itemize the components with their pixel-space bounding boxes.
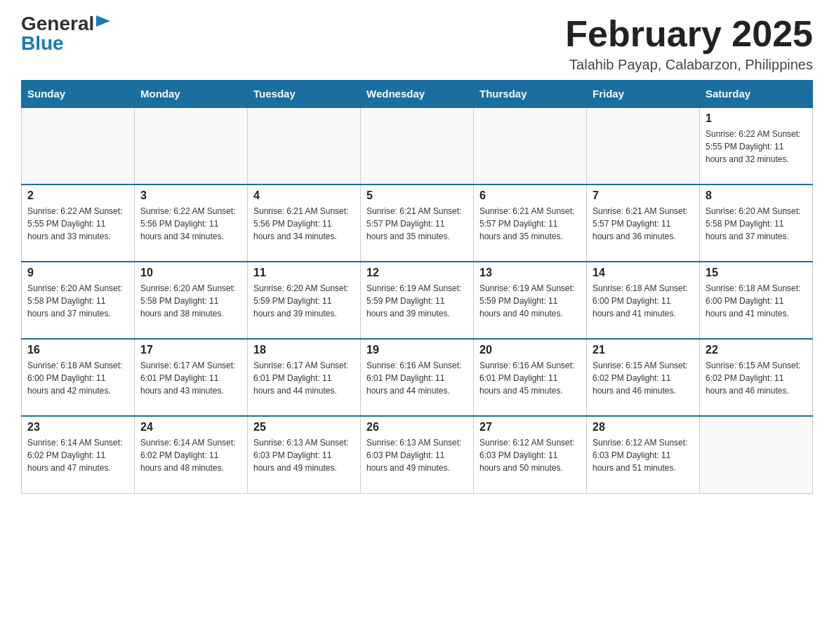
day-info: Sunrise: 6:20 AM Sunset: 5:58 PM Dayligh… bbox=[706, 205, 807, 243]
day-number: 8 bbox=[706, 189, 807, 202]
day-info: Sunrise: 6:15 AM Sunset: 6:02 PM Dayligh… bbox=[706, 359, 807, 397]
calendar-cell bbox=[248, 107, 361, 185]
day-number: 12 bbox=[366, 267, 468, 279]
day-number: 13 bbox=[479, 267, 581, 279]
day-info: Sunrise: 6:13 AM Sunset: 6:03 PM Dayligh… bbox=[253, 436, 355, 474]
day-info: Sunrise: 6:22 AM Sunset: 5:56 PM Dayligh… bbox=[140, 205, 241, 243]
calendar-cell: 19Sunrise: 6:16 AM Sunset: 6:01 PM Dayli… bbox=[361, 339, 474, 416]
calendar-cell: 28Sunrise: 6:12 AM Sunset: 6:03 PM Dayli… bbox=[587, 416, 700, 493]
calendar-week-row: 1Sunrise: 6:22 AM Sunset: 5:55 PM Daylig… bbox=[22, 107, 813, 185]
day-number: 5 bbox=[366, 189, 468, 202]
day-info: Sunrise: 6:18 AM Sunset: 6:00 PM Dayligh… bbox=[593, 282, 694, 320]
day-info: Sunrise: 6:14 AM Sunset: 6:02 PM Dayligh… bbox=[140, 436, 241, 474]
weekday-header: Saturday bbox=[700, 81, 813, 108]
calendar-cell: 23Sunrise: 6:14 AM Sunset: 6:02 PM Dayli… bbox=[22, 416, 135, 493]
day-info: Sunrise: 6:17 AM Sunset: 6:01 PM Dayligh… bbox=[253, 359, 355, 397]
title-block: February 2025 Talahib Payap, Calabarzon,… bbox=[565, 14, 813, 73]
day-info: Sunrise: 6:18 AM Sunset: 6:00 PM Dayligh… bbox=[27, 359, 128, 397]
calendar-cell bbox=[361, 107, 474, 185]
weekday-header: Monday bbox=[135, 81, 248, 108]
calendar-cell: 20Sunrise: 6:16 AM Sunset: 6:01 PM Dayli… bbox=[474, 339, 587, 416]
day-info: Sunrise: 6:19 AM Sunset: 5:59 PM Dayligh… bbox=[366, 282, 468, 320]
location-subtitle: Talahib Payap, Calabarzon, Philippines bbox=[565, 57, 813, 73]
day-info: Sunrise: 6:20 AM Sunset: 5:58 PM Dayligh… bbox=[27, 282, 128, 320]
calendar-week-row: 23Sunrise: 6:14 AM Sunset: 6:02 PM Dayli… bbox=[22, 416, 813, 493]
day-number: 23 bbox=[27, 421, 128, 434]
day-info: Sunrise: 6:17 AM Sunset: 6:01 PM Dayligh… bbox=[140, 359, 241, 397]
calendar-cell: 9Sunrise: 6:20 AM Sunset: 5:58 PM Daylig… bbox=[22, 262, 135, 339]
day-number: 18 bbox=[253, 344, 355, 356]
day-number: 20 bbox=[479, 344, 581, 356]
day-number: 28 bbox=[593, 421, 694, 434]
day-info: Sunrise: 6:15 AM Sunset: 6:02 PM Dayligh… bbox=[593, 359, 694, 397]
calendar-week-row: 16Sunrise: 6:18 AM Sunset: 6:00 PM Dayli… bbox=[22, 339, 813, 416]
calendar-cell: 3Sunrise: 6:22 AM Sunset: 5:56 PM Daylig… bbox=[135, 185, 248, 262]
calendar-cell: 18Sunrise: 6:17 AM Sunset: 6:01 PM Dayli… bbox=[248, 339, 361, 416]
weekday-header: Thursday bbox=[474, 81, 587, 108]
logo-blue-text: Blue bbox=[21, 34, 64, 53]
calendar-cell bbox=[474, 107, 587, 185]
calendar-cell: 11Sunrise: 6:20 AM Sunset: 5:59 PM Dayli… bbox=[248, 262, 361, 339]
logo-flag-icon bbox=[96, 15, 110, 29]
day-number: 11 bbox=[253, 267, 355, 279]
calendar-week-row: 2Sunrise: 6:22 AM Sunset: 5:55 PM Daylig… bbox=[22, 185, 813, 262]
calendar-week-row: 9Sunrise: 6:20 AM Sunset: 5:58 PM Daylig… bbox=[22, 262, 813, 339]
calendar-cell: 13Sunrise: 6:19 AM Sunset: 5:59 PM Dayli… bbox=[474, 262, 587, 339]
day-info: Sunrise: 6:16 AM Sunset: 6:01 PM Dayligh… bbox=[479, 359, 581, 397]
calendar-cell: 10Sunrise: 6:20 AM Sunset: 5:58 PM Dayli… bbox=[135, 262, 248, 339]
calendar-cell: 26Sunrise: 6:13 AM Sunset: 6:03 PM Dayli… bbox=[361, 416, 474, 493]
day-number: 2 bbox=[27, 189, 128, 202]
calendar-cell: 2Sunrise: 6:22 AM Sunset: 5:55 PM Daylig… bbox=[22, 185, 135, 262]
day-number: 3 bbox=[140, 189, 241, 202]
day-info: Sunrise: 6:14 AM Sunset: 6:02 PM Dayligh… bbox=[27, 436, 128, 474]
logo-general-text: General bbox=[21, 14, 94, 34]
day-info: Sunrise: 6:12 AM Sunset: 6:03 PM Dayligh… bbox=[479, 436, 581, 474]
day-number: 9 bbox=[27, 267, 128, 279]
page-header: General Blue February 2025 Talahib Payap… bbox=[21, 14, 813, 73]
day-info: Sunrise: 6:21 AM Sunset: 5:57 PM Dayligh… bbox=[593, 205, 694, 243]
day-number: 17 bbox=[140, 344, 241, 356]
day-info: Sunrise: 6:20 AM Sunset: 5:59 PM Dayligh… bbox=[253, 282, 355, 320]
day-number: 16 bbox=[27, 344, 128, 356]
day-number: 1 bbox=[706, 112, 807, 125]
calendar-cell: 12Sunrise: 6:19 AM Sunset: 5:59 PM Dayli… bbox=[361, 262, 474, 339]
day-number: 15 bbox=[706, 267, 807, 279]
day-info: Sunrise: 6:12 AM Sunset: 6:03 PM Dayligh… bbox=[593, 436, 694, 474]
day-number: 6 bbox=[479, 189, 581, 202]
day-number: 25 bbox=[253, 421, 355, 434]
calendar-cell bbox=[587, 107, 700, 185]
calendar-cell bbox=[135, 107, 248, 185]
day-info: Sunrise: 6:13 AM Sunset: 6:03 PM Dayligh… bbox=[366, 436, 468, 474]
day-info: Sunrise: 6:21 AM Sunset: 5:57 PM Dayligh… bbox=[366, 205, 468, 243]
weekday-header: Wednesday bbox=[361, 81, 474, 108]
day-info: Sunrise: 6:19 AM Sunset: 5:59 PM Dayligh… bbox=[479, 282, 581, 320]
calendar-cell: 15Sunrise: 6:18 AM Sunset: 6:00 PM Dayli… bbox=[700, 262, 813, 339]
day-info: Sunrise: 6:22 AM Sunset: 5:55 PM Dayligh… bbox=[27, 205, 128, 243]
calendar-cell: 17Sunrise: 6:17 AM Sunset: 6:01 PM Dayli… bbox=[135, 339, 248, 416]
svg-marker-0 bbox=[96, 15, 110, 27]
calendar-cell bbox=[700, 416, 813, 493]
calendar-cell: 5Sunrise: 6:21 AM Sunset: 5:57 PM Daylig… bbox=[361, 185, 474, 262]
calendar-cell: 16Sunrise: 6:18 AM Sunset: 6:00 PM Dayli… bbox=[22, 339, 135, 416]
logo: General Blue bbox=[21, 14, 110, 53]
day-info: Sunrise: 6:21 AM Sunset: 5:56 PM Dayligh… bbox=[253, 205, 355, 243]
calendar-cell: 14Sunrise: 6:18 AM Sunset: 6:00 PM Dayli… bbox=[587, 262, 700, 339]
calendar-header-row: SundayMondayTuesdayWednesdayThursdayFrid… bbox=[22, 81, 813, 108]
day-number: 10 bbox=[140, 267, 241, 279]
day-info: Sunrise: 6:21 AM Sunset: 5:57 PM Dayligh… bbox=[479, 205, 581, 243]
weekday-header: Sunday bbox=[22, 81, 135, 108]
calendar-cell: 27Sunrise: 6:12 AM Sunset: 6:03 PM Dayli… bbox=[474, 416, 587, 493]
day-number: 22 bbox=[706, 344, 807, 356]
day-number: 24 bbox=[140, 421, 241, 434]
day-number: 4 bbox=[253, 189, 355, 202]
day-info: Sunrise: 6:16 AM Sunset: 6:01 PM Dayligh… bbox=[366, 359, 468, 397]
day-number: 21 bbox=[593, 344, 694, 356]
day-number: 7 bbox=[593, 189, 694, 202]
calendar-cell: 4Sunrise: 6:21 AM Sunset: 5:56 PM Daylig… bbox=[248, 185, 361, 262]
calendar-cell: 7Sunrise: 6:21 AM Sunset: 5:57 PM Daylig… bbox=[587, 185, 700, 262]
calendar-cell: 1Sunrise: 6:22 AM Sunset: 5:55 PM Daylig… bbox=[700, 107, 813, 185]
day-number: 14 bbox=[593, 267, 694, 279]
calendar-cell: 21Sunrise: 6:15 AM Sunset: 6:02 PM Dayli… bbox=[587, 339, 700, 416]
calendar-cell bbox=[22, 107, 135, 185]
weekday-header: Friday bbox=[587, 81, 700, 108]
